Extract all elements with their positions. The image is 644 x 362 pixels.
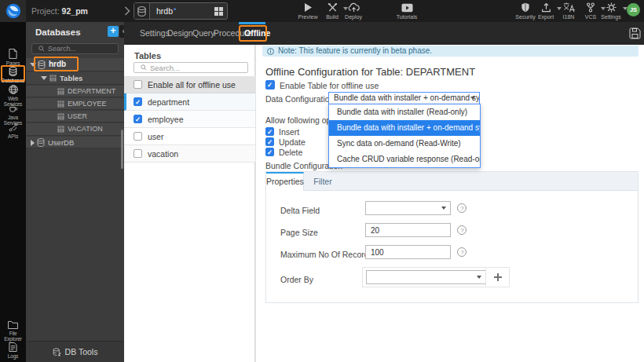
page-title: Offline Configuration for Table: DEPARTM… <box>265 66 475 78</box>
wavemaker-studio: Project:92_pm hrdb* Preview Build Deploy <box>0 0 644 362</box>
caret-down-icon[interactable] <box>41 76 47 80</box>
save-button[interactable] <box>628 26 642 40</box>
delete-checkbox[interactable] <box>265 148 274 156</box>
insert-label: Insert <box>279 127 299 137</box>
vacation-checkbox[interactable] <box>134 149 142 158</box>
enable-all-checkbox[interactable] <box>134 80 142 89</box>
preview-button[interactable]: Preview <box>295 2 321 20</box>
cloud-upload-icon <box>341 2 366 13</box>
page-size-input[interactable] <box>365 223 451 237</box>
add-database-button[interactable] <box>108 26 119 37</box>
bundle-tab-strip: Properties Filter <box>266 172 638 191</box>
tree-node-table[interactable]: DEPARTMENT <box>26 86 124 97</box>
tab-offline[interactable]: Offline <box>244 22 270 45</box>
data-configuration-select[interactable]: Bundle data with installer + on-demand s… <box>328 92 480 104</box>
upload-icon <box>533 2 558 13</box>
tree-node-userdb[interactable]: UserDB <box>26 137 124 148</box>
settings-button[interactable]: Settings <box>598 2 624 20</box>
tables-search-input[interactable]: Search... <box>134 62 248 73</box>
table-row-department[interactable]: department <box>124 93 255 111</box>
tab-settings[interactable]: Settings <box>140 22 170 45</box>
sidebar-item-logs[interactable]: Logs <box>0 342 26 359</box>
database-icon <box>37 138 45 147</box>
sidebar-item-apis[interactable]: APIs <box>0 122 26 139</box>
tab-query[interactable]: Query <box>192 22 215 45</box>
tree-node-tables-group[interactable]: Tables <box>26 72 124 85</box>
deploy-button[interactable]: Deploy <box>341 2 366 20</box>
tab-filter[interactable]: Filter <box>304 172 342 191</box>
department-checkbox[interactable] <box>134 97 142 106</box>
database-icon <box>0 67 26 76</box>
app-logo[interactable] <box>0 0 26 22</box>
sidebar-item-databases[interactable]: Databases <box>0 67 26 83</box>
gear-icon <box>598 2 624 13</box>
scrollbar-thumb[interactable] <box>121 130 123 169</box>
grid-icon[interactable] <box>214 7 223 16</box>
coffee-icon <box>0 104 26 113</box>
tab-design[interactable]: Design <box>167 22 193 45</box>
api-nodes-icon <box>0 122 26 132</box>
sidebar-item-file-explorer[interactable]: File Explorer <box>0 320 26 342</box>
db-tools-button[interactable]: DB Tools <box>26 341 124 362</box>
tree-node-hrdb[interactable]: hrdb <box>26 58 124 71</box>
tab-properties[interactable]: Properties <box>266 172 304 191</box>
delta-field-select[interactable] <box>365 201 451 215</box>
caret-down-icon <box>470 97 475 100</box>
caret-right-icon[interactable] <box>31 140 35 146</box>
tutorials-button[interactable]: Tutorials <box>391 2 423 20</box>
tree-node-table[interactable]: EMPLOYEE <box>26 98 124 110</box>
table-row-employee[interactable]: employee <box>124 111 255 128</box>
table-icon <box>57 101 64 108</box>
table-icon <box>57 88 64 95</box>
order-by-label: Order By <box>280 275 313 284</box>
dropdown-option[interactable]: Cache CRUD variable response (Read-only) <box>329 152 480 167</box>
database-search-input[interactable]: Search... <box>31 43 119 54</box>
order-by-select[interactable] <box>366 270 486 284</box>
user-checkbox[interactable] <box>134 132 142 141</box>
caret-down-icon[interactable] <box>30 63 36 67</box>
max-records-input[interactable] <box>365 245 451 259</box>
offline-config-pane: Note: This feature is currently in beta … <box>255 45 644 362</box>
data-configuration-label: Data Configuration <box>265 94 335 104</box>
sidebar-item-pages[interactable]: Pages <box>0 49 26 66</box>
export-button[interactable]: Export <box>533 2 558 20</box>
delta-field-help-icon[interactable] <box>457 203 467 213</box>
i18n-button[interactable]: I18N <box>556 2 581 20</box>
update-checkbox[interactable] <box>265 137 274 146</box>
max-records-help-icon[interactable] <box>457 247 467 257</box>
dropdown-option-selected[interactable]: Bundle data with installer + on-demand s… <box>329 120 480 136</box>
insert-checkbox[interactable] <box>265 127 274 136</box>
table-row-vacation[interactable]: vacation <box>124 145 255 163</box>
enable-table-checkbox[interactable] <box>265 80 275 90</box>
left-sidebar: Pages Databases Web Services Java Servic… <box>0 22 26 362</box>
tree-node-table[interactable]: USER <box>26 111 124 122</box>
table-icon <box>57 126 64 133</box>
dropdown-option[interactable]: Sync data on-demand (Read-Write) <box>329 136 480 152</box>
top-bar: Project:92_pm hrdb* Preview Build Deploy <box>0 0 644 22</box>
log-document-icon <box>0 342 26 352</box>
employee-checkbox[interactable] <box>134 115 142 123</box>
tables-panel: Tables Search... Enable all for offline … <box>124 45 255 362</box>
table-row-user[interactable]: user <box>124 128 255 145</box>
editor-tab-strip: Settings Design Query Procedure Offline <box>124 22 644 45</box>
tree-node-table[interactable]: VACATION <box>26 123 124 136</box>
order-by-add-button[interactable] <box>485 268 509 287</box>
user-avatar[interactable]: JS <box>627 3 640 16</box>
save-floppy-icon <box>629 27 641 39</box>
page-icon <box>0 49 26 59</box>
project-name: 92_pm <box>62 6 88 16</box>
artifact-name: hrdb* <box>156 6 177 16</box>
dropdown-option[interactable]: Bundle data with installer (Read-only) <box>329 104 480 120</box>
table-icon <box>49 75 57 82</box>
open-artifact-tab[interactable]: hrdb* <box>134 2 228 20</box>
video-icon <box>391 3 423 13</box>
bundle-configuration-panel: Properties Filter Delta Field Page Size … <box>265 171 639 303</box>
search-icon <box>35 46 45 52</box>
beta-note-banner: Note: This feature is currently in beta … <box>262 46 639 57</box>
databases-panel-title: Databases <box>35 27 81 37</box>
page-size-help-icon[interactable] <box>457 225 467 235</box>
delete-label: Delete <box>279 148 302 157</box>
db-tools-icon <box>53 348 65 357</box>
enable-table-label: Enable Table for offline use <box>280 81 379 90</box>
enable-all-row[interactable]: Enable all for offline use <box>124 76 255 93</box>
